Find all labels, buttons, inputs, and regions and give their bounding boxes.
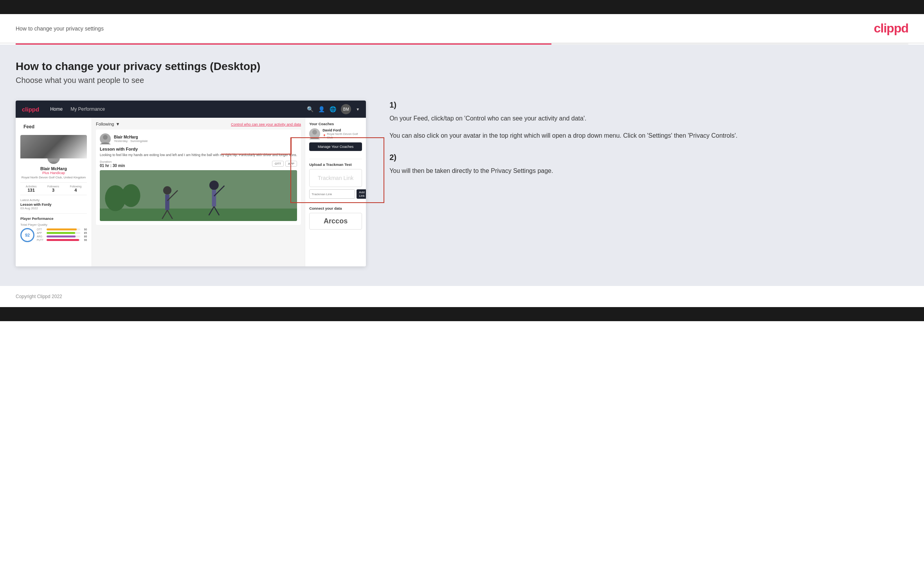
bar-row: ARG86: [37, 235, 87, 238]
connect-data-title: Connect your data: [309, 206, 362, 210]
stat-following: Following 4: [70, 185, 82, 192]
svg-point-1: [103, 135, 108, 140]
trackman-input-row: Add Link: [309, 189, 362, 199]
stat-following-value: 4: [70, 188, 82, 192]
stat-following-label: Following: [70, 185, 82, 188]
feed-header: Following ▼ Control who can see your act…: [96, 122, 301, 126]
svg-rect-3: [100, 209, 297, 221]
bar-label: APP: [37, 232, 45, 234]
location-icon: 📍: [322, 134, 326, 138]
step2-number: 2): [389, 153, 908, 162]
bar-value: 96: [81, 239, 87, 241]
coaches-title: Your Coaches: [309, 122, 362, 126]
profile-club: Royal North Devon Golf Club, United King…: [20, 176, 87, 179]
bar-label: ARG: [37, 235, 45, 238]
app-demo-wrapper: clippd Home My Performance 🔍 👤 🌐 BM ▼: [16, 101, 366, 266]
add-link-button[interactable]: Add Link: [357, 189, 366, 199]
latest-activity-label: Latest Activity: [20, 198, 87, 202]
svg-point-16: [312, 130, 317, 135]
svg-point-6: [163, 186, 171, 194]
latest-activity-name: Lesson with Fordy: [20, 203, 87, 207]
app-demo: clippd Home My Performance 🔍 👤 🌐 BM ▼: [16, 101, 366, 266]
breadcrumb: How to change your privacy settings: [16, 25, 104, 32]
nav-home[interactable]: Home: [50, 106, 63, 112]
stat-followers-value: 3: [47, 188, 59, 192]
activity-card: Blair McHarg Yesterday · Sunningdale Les…: [96, 129, 301, 225]
page-title: How to change your privacy settings (Des…: [16, 60, 908, 73]
step1-text-part1: On your Feed, click/tap on 'Control who …: [389, 113, 908, 124]
avatar-chevron[interactable]: ▼: [356, 107, 360, 111]
feed-tab[interactable]: Feed: [20, 122, 87, 131]
page-subtitle: Choose what you want people to see: [16, 76, 908, 85]
person-icon[interactable]: 👤: [318, 106, 325, 112]
bar-fill: [47, 232, 75, 234]
svg-point-5: [122, 184, 140, 207]
clippd-logo: clippd: [874, 21, 908, 36]
bar-value: 85: [81, 232, 87, 234]
coach-row: David Ford 📍 Royal North Devon Golf Club: [309, 128, 362, 139]
bar-track: [47, 235, 80, 237]
activity-avatar: [100, 133, 111, 144]
coach-info: David Ford 📍 Royal North Devon Golf Club: [322, 128, 362, 139]
bar-fill: [47, 228, 77, 230]
latest-activity-date: 03 Aug 2022: [20, 207, 87, 210]
coach-name: David Ford: [322, 128, 362, 132]
following-chevron: ▼: [115, 122, 120, 126]
instruction-step2: 2) You will then be taken directly to th…: [389, 153, 908, 176]
instructions-panel: 1) On your Feed, click/tap on 'Control w…: [382, 101, 908, 189]
app-logo: clippd: [22, 106, 39, 113]
stat-activities-value: 131: [26, 188, 37, 192]
divider-2: [309, 159, 362, 159]
step1-number: 1): [389, 101, 908, 110]
stat-followers: Followers 3: [47, 185, 59, 192]
tag-app: APP: [285, 161, 297, 167]
app-nav-icons: 🔍 👤 🌐 BM ▼: [307, 104, 360, 114]
stat-activities-label: Activities: [26, 185, 37, 188]
bar-row: APP85: [37, 232, 87, 234]
user-avatar[interactable]: BM: [341, 104, 351, 114]
bar-value: 86: [81, 235, 87, 238]
search-icon[interactable]: 🔍: [307, 106, 313, 112]
copyright-text: Copyright Clippd 2022: [16, 294, 62, 299]
bar-track: [47, 239, 80, 241]
following-dropdown[interactable]: Following ▼: [96, 122, 120, 126]
control-link[interactable]: Control who can see your activity and da…: [231, 122, 301, 126]
arccos-box: Arccos: [309, 213, 362, 230]
activity-user-info: Blair McHarg Yesterday · Sunningdale: [114, 135, 148, 143]
app-body: Feed Blair McHarg Plus Handicap Royal No…: [16, 118, 366, 266]
stat-activities: Activities 131: [26, 185, 37, 192]
quality-bars: OTT90APP85ARG86PUTT96: [37, 228, 87, 242]
bar-fill: [47, 235, 76, 237]
upload-trackman-title: Upload a Trackman Test: [309, 162, 362, 167]
duration-info: Duration 01 hr : 30 min: [100, 160, 125, 168]
manage-coaches-button[interactable]: Manage Your Coaches: [309, 142, 362, 151]
duration-label: Duration: [100, 160, 125, 164]
quality-label: Total Player Quality: [20, 223, 87, 226]
red-annotation-line-h: [221, 154, 292, 155]
following-label: Following: [96, 122, 114, 126]
coach-club: 📍 Royal North Devon Golf Club: [322, 132, 362, 139]
quality-row: 92 OTT90APP85ARG86PUTT96: [20, 228, 87, 242]
instruction-step1: 1) On your Feed, click/tap on 'Control w…: [389, 101, 908, 140]
profile-name: Blair McHarg: [20, 166, 87, 171]
trackman-link-placeholder: Trackman Link: [313, 175, 358, 181]
demo-instructions-row: clippd Home My Performance 🔍 👤 🌐 BM ▼: [16, 101, 908, 266]
tag-row: OTT APP: [272, 161, 297, 167]
nav-my-performance[interactable]: My Performance: [70, 106, 105, 112]
step1-text-part2: You can also click on your avatar in the…: [389, 131, 908, 141]
profile-handicap: Plus Handicap: [20, 171, 87, 175]
divider-3: [309, 203, 362, 203]
stat-followers-label: Followers: [47, 185, 59, 188]
bar-label: OTT: [37, 228, 45, 231]
trackman-link-box: Trackman Link: [309, 169, 362, 187]
trackman-input[interactable]: [309, 189, 355, 199]
profile-banner: [20, 135, 87, 158]
activity-duration-row: Duration 01 hr : 30 min OTT APP: [100, 160, 297, 168]
activity-image: [100, 170, 297, 221]
app-right-panel: Your Coaches David Ford 📍 Royal North De…: [305, 118, 366, 266]
bottom-bar: [0, 307, 924, 321]
arccos-text: Arccos: [313, 217, 358, 225]
globe-icon[interactable]: 🌐: [330, 106, 336, 112]
svg-rect-7: [165, 194, 169, 210]
bar-label: PUTT: [37, 239, 45, 241]
